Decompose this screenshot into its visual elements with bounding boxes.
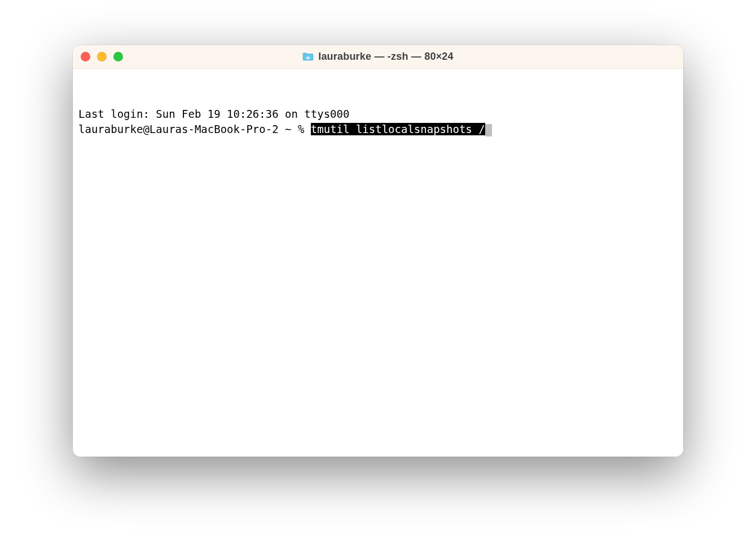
- cursor: [485, 124, 492, 136]
- maximize-button[interactable]: [113, 52, 123, 61]
- close-button[interactable]: [81, 52, 90, 61]
- title-wrap: lauraburke — -zsh — 80×24: [73, 51, 683, 63]
- terminal-window: lauraburke — -zsh — 80×24 Last login: Su…: [73, 45, 683, 457]
- minimize-button[interactable]: [97, 52, 107, 61]
- prompt-line: lauraburke@Lauras-MacBook-Pro-2 ~ % tmut…: [78, 122, 678, 138]
- window-title: lauraburke — -zsh — 80×24: [318, 51, 454, 63]
- traffic-lights: [81, 52, 123, 61]
- titlebar[interactable]: lauraburke — -zsh — 80×24: [73, 45, 683, 69]
- home-folder-icon: [302, 52, 314, 61]
- last-login-line: Last login: Sun Feb 19 10:26:36 on ttys0…: [78, 107, 678, 122]
- terminal-body[interactable]: Last login: Sun Feb 19 10:26:36 on ttys0…: [73, 69, 683, 457]
- command-text: tmutil listlocalsnapshots /: [311, 123, 485, 135]
- prompt-text: lauraburke@Lauras-MacBook-Pro-2 ~ %: [78, 123, 311, 135]
